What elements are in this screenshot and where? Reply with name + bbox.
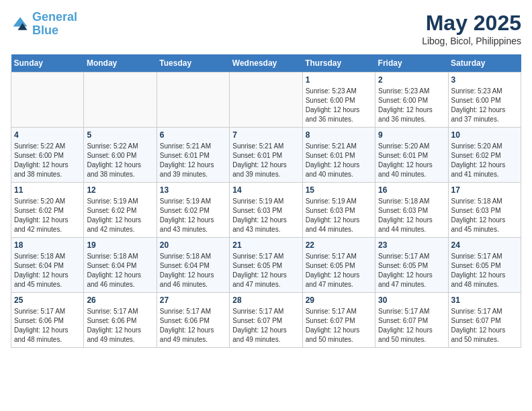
day-info: Sunrise: 5:21 AM Sunset: 6:01 PM Dayligh… — [160, 142, 226, 179]
calendar-day-cell: 14Sunrise: 5:19 AM Sunset: 6:03 PM Dayli… — [230, 183, 302, 238]
calendar-title: May 2025 — [422, 11, 521, 36]
calendar-day-cell: 5Sunrise: 5:22 AM Sunset: 6:00 PM Daylig… — [84, 128, 157, 183]
calendar-day-cell: 21Sunrise: 5:17 AM Sunset: 6:05 PM Dayli… — [230, 238, 302, 293]
day-info: Sunrise: 5:17 AM Sunset: 6:05 PM Dayligh… — [306, 252, 372, 289]
day-number: 31 — [451, 295, 518, 305]
day-number: 7 — [232, 130, 299, 140]
calendar-day-cell: 12Sunrise: 5:19 AM Sunset: 6:02 PM Dayli… — [84, 183, 157, 238]
weekday-header-saturday: Saturday — [448, 54, 521, 73]
day-info: Sunrise: 5:18 AM Sunset: 6:03 PM Dayligh… — [378, 197, 445, 234]
calendar-title-block: May 2025 Libog, Bicol, Philippines — [422, 11, 521, 46]
day-info: Sunrise: 5:19 AM Sunset: 6:02 PM Dayligh… — [87, 197, 153, 234]
day-info: Sunrise: 5:17 AM Sunset: 6:06 PM Dayligh… — [14, 307, 81, 345]
day-number: 19 — [87, 240, 153, 250]
calendar-day-cell: 31Sunrise: 5:17 AM Sunset: 6:07 PM Dayli… — [448, 293, 521, 348]
calendar-day-cell: 30Sunrise: 5:17 AM Sunset: 6:07 PM Dayli… — [375, 293, 448, 348]
calendar-day-cell: 22Sunrise: 5:17 AM Sunset: 6:05 PM Dayli… — [302, 238, 375, 293]
logo-text: General Blue — [32, 11, 77, 38]
day-number: 6 — [160, 130, 226, 140]
day-number: 17 — [451, 185, 518, 195]
day-info: Sunrise: 5:22 AM Sunset: 6:00 PM Dayligh… — [87, 142, 153, 179]
calendar-day-cell: 9Sunrise: 5:20 AM Sunset: 6:01 PM Daylig… — [375, 128, 448, 183]
calendar-day-cell: 17Sunrise: 5:18 AM Sunset: 6:03 PM Dayli… — [448, 183, 521, 238]
day-info: Sunrise: 5:23 AM Sunset: 6:00 PM Dayligh… — [378, 87, 445, 124]
day-number: 28 — [232, 295, 299, 305]
calendar-day-cell: 23Sunrise: 5:17 AM Sunset: 6:05 PM Dayli… — [375, 238, 448, 293]
calendar-day-cell: 19Sunrise: 5:18 AM Sunset: 6:04 PM Dayli… — [84, 238, 157, 293]
day-info: Sunrise: 5:17 AM Sunset: 6:07 PM Dayligh… — [451, 307, 518, 345]
calendar-day-cell: 13Sunrise: 5:19 AM Sunset: 6:02 PM Dayli… — [157, 183, 229, 238]
day-info: Sunrise: 5:18 AM Sunset: 6:04 PM Dayligh… — [87, 252, 153, 289]
logo: General Blue — [11, 11, 77, 38]
day-number: 13 — [160, 185, 226, 195]
day-info: Sunrise: 5:17 AM Sunset: 6:05 PM Dayligh… — [451, 252, 518, 289]
calendar-day-cell: 25Sunrise: 5:17 AM Sunset: 6:06 PM Dayli… — [11, 293, 84, 348]
day-info: Sunrise: 5:17 AM Sunset: 6:07 PM Dayligh… — [378, 307, 445, 345]
calendar-day-cell: 4Sunrise: 5:22 AM Sunset: 6:00 PM Daylig… — [11, 128, 84, 183]
weekday-header-thursday: Thursday — [302, 54, 375, 73]
day-info: Sunrise: 5:18 AM Sunset: 6:03 PM Dayligh… — [451, 197, 518, 234]
day-info: Sunrise: 5:17 AM Sunset: 6:05 PM Dayligh… — [378, 252, 445, 289]
day-number: 2 — [378, 75, 445, 85]
day-info: Sunrise: 5:17 AM Sunset: 6:07 PM Dayligh… — [232, 307, 299, 345]
svg-marker-0 — [13, 17, 28, 26]
day-number: 11 — [14, 185, 81, 195]
calendar-day-cell — [11, 73, 84, 128]
day-number: 27 — [160, 295, 226, 305]
day-number: 29 — [306, 295, 372, 305]
day-info: Sunrise: 5:18 AM Sunset: 6:04 PM Dayligh… — [160, 252, 226, 289]
day-number: 18 — [14, 240, 81, 250]
day-number: 24 — [451, 240, 518, 250]
calendar-day-cell: 20Sunrise: 5:18 AM Sunset: 6:04 PM Dayli… — [157, 238, 229, 293]
weekday-header-tuesday: Tuesday — [157, 54, 229, 73]
day-info: Sunrise: 5:19 AM Sunset: 6:02 PM Dayligh… — [160, 197, 226, 234]
calendar-week-2: 4Sunrise: 5:22 AM Sunset: 6:00 PM Daylig… — [11, 128, 521, 183]
calendar-day-cell — [157, 73, 229, 128]
calendar-day-cell: 2Sunrise: 5:23 AM Sunset: 6:00 PM Daylig… — [375, 73, 448, 128]
weekday-header-sunday: Sunday — [11, 54, 84, 73]
day-number: 22 — [306, 240, 372, 250]
calendar-week-5: 25Sunrise: 5:17 AM Sunset: 6:06 PM Dayli… — [11, 293, 521, 348]
day-number: 25 — [14, 295, 81, 305]
day-number: 14 — [232, 185, 299, 195]
day-number: 12 — [87, 185, 153, 195]
weekday-row: SundayMondayTuesdayWednesdayThursdayFrid… — [11, 54, 521, 73]
logo-icon — [11, 15, 30, 34]
calendar-day-cell: 7Sunrise: 5:21 AM Sunset: 6:01 PM Daylig… — [230, 128, 302, 183]
calendar-day-cell: 3Sunrise: 5:23 AM Sunset: 6:00 PM Daylig… — [448, 73, 521, 128]
day-info: Sunrise: 5:20 AM Sunset: 6:02 PM Dayligh… — [451, 142, 518, 179]
calendar-day-cell: 26Sunrise: 5:17 AM Sunset: 6:06 PM Dayli… — [84, 293, 157, 348]
page-header: General Blue May 2025 Libog, Bicol, Phil… — [11, 11, 521, 46]
weekday-header-wednesday: Wednesday — [230, 54, 302, 73]
day-number: 4 — [14, 130, 81, 140]
calendar-day-cell: 6Sunrise: 5:21 AM Sunset: 6:01 PM Daylig… — [157, 128, 229, 183]
day-number: 8 — [306, 130, 372, 140]
day-number: 5 — [87, 130, 153, 140]
day-number: 21 — [232, 240, 299, 250]
weekday-header-monday: Monday — [84, 54, 157, 73]
calendar-day-cell: 24Sunrise: 5:17 AM Sunset: 6:05 PM Dayli… — [448, 238, 521, 293]
day-number: 20 — [160, 240, 226, 250]
day-number: 15 — [306, 185, 372, 195]
day-info: Sunrise: 5:17 AM Sunset: 6:05 PM Dayligh… — [232, 252, 299, 289]
day-info: Sunrise: 5:23 AM Sunset: 6:00 PM Dayligh… — [306, 87, 372, 124]
calendar-day-cell: 16Sunrise: 5:18 AM Sunset: 6:03 PM Dayli… — [375, 183, 448, 238]
day-info: Sunrise: 5:21 AM Sunset: 6:01 PM Dayligh… — [306, 142, 372, 179]
day-info: Sunrise: 5:18 AM Sunset: 6:04 PM Dayligh… — [14, 252, 81, 289]
calendar-week-4: 18Sunrise: 5:18 AM Sunset: 6:04 PM Dayli… — [11, 238, 521, 293]
day-number: 23 — [378, 240, 445, 250]
calendar-day-cell: 10Sunrise: 5:20 AM Sunset: 6:02 PM Dayli… — [448, 128, 521, 183]
calendar-week-1: 1Sunrise: 5:23 AM Sunset: 6:00 PM Daylig… — [11, 73, 521, 128]
day-info: Sunrise: 5:20 AM Sunset: 6:02 PM Dayligh… — [14, 197, 81, 234]
day-info: Sunrise: 5:17 AM Sunset: 6:06 PM Dayligh… — [160, 307, 226, 345]
calendar-day-cell: 11Sunrise: 5:20 AM Sunset: 6:02 PM Dayli… — [11, 183, 84, 238]
calendar-table: SundayMondayTuesdayWednesdayThursdayFrid… — [11, 54, 521, 348]
calendar-subtitle: Libog, Bicol, Philippines — [422, 36, 521, 46]
day-number: 26 — [87, 295, 153, 305]
calendar-week-3: 11Sunrise: 5:20 AM Sunset: 6:02 PM Dayli… — [11, 183, 521, 238]
day-number: 16 — [378, 185, 445, 195]
calendar-day-cell: 27Sunrise: 5:17 AM Sunset: 6:06 PM Dayli… — [157, 293, 229, 348]
day-number: 30 — [378, 295, 445, 305]
day-info: Sunrise: 5:21 AM Sunset: 6:01 PM Dayligh… — [232, 142, 299, 179]
day-number: 3 — [451, 75, 518, 85]
